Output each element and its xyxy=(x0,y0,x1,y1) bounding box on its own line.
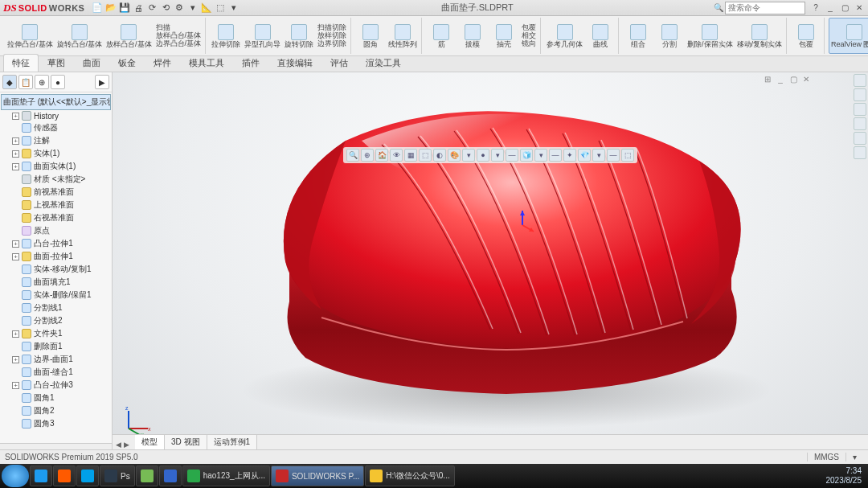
view-tool-4[interactable]: ▦ xyxy=(404,149,417,162)
view-tool-17[interactable]: ▾ xyxy=(592,149,605,162)
start-button[interactable] xyxy=(2,465,29,487)
expander-icon[interactable]: + xyxy=(12,240,19,248)
tree-node[interactable]: +删除面1 xyxy=(1,340,111,353)
rail-button-0[interactable] xyxy=(854,74,866,87)
rail-button-1[interactable] xyxy=(854,88,866,101)
system-tray[interactable]: 7:34 2023/8/25 xyxy=(821,466,867,486)
tree-node[interactable]: +曲面实体(1) xyxy=(1,160,111,173)
panel-tab-0[interactable]: ◆ xyxy=(2,75,17,89)
view-tool-2[interactable]: 🏠 xyxy=(375,149,388,162)
expander-icon[interactable]: + xyxy=(12,163,19,170)
taskbar-item[interactable]: hao123_上网从... xyxy=(182,465,270,486)
tree-node[interactable]: +圆角2 xyxy=(1,404,111,417)
tree-root[interactable]: 曲面垫子 (默认<<默认>_显示状态 1>) xyxy=(1,94,111,110)
tree-node[interactable]: +材质 <未指定> xyxy=(1,173,111,186)
ribbon-button[interactable]: 组合 xyxy=(623,18,653,54)
tab-渲染工具[interactable]: 渲染工具 xyxy=(357,54,410,72)
taskbar-item[interactable] xyxy=(30,465,52,486)
view-tool-12[interactable]: 🧊 xyxy=(520,149,533,162)
viewport-tab[interactable]: 运动算例1 xyxy=(207,435,258,449)
expander-icon[interactable]: + xyxy=(12,137,19,145)
ribbon-subitem[interactable]: 边界凸台/基体 xyxy=(154,40,203,47)
rail-button-3[interactable] xyxy=(854,117,866,130)
taskbar-item[interactable] xyxy=(136,465,158,486)
tree-node[interactable]: +曲面填充1 xyxy=(1,276,111,289)
tab-模具工具[interactable]: 模具工具 xyxy=(180,54,233,72)
expander-icon[interactable]: + xyxy=(12,113,19,120)
tree-node[interactable]: +文件夹1 xyxy=(1,327,111,340)
tree-node[interactable]: +右视基准面 xyxy=(1,211,111,224)
help-button[interactable]: ? xyxy=(810,2,821,14)
panel-collapse-icon[interactable]: ▶ xyxy=(95,75,109,89)
ribbon-button[interactable]: 拔模 xyxy=(457,18,488,54)
ribbon-button[interactable]: 参考几何体 xyxy=(545,18,584,54)
ribbon-subitem[interactable]: 相交 xyxy=(520,32,538,39)
qat-button-10[interactable]: ▾ xyxy=(227,2,240,14)
tree-node[interactable]: +实体-移动/复制1 xyxy=(1,263,111,276)
ribbon-button[interactable]: 拉伸凸台/基体 xyxy=(6,18,55,54)
tree-node[interactable]: +曲面-缝合1 xyxy=(1,366,111,379)
panel-scrollbar[interactable] xyxy=(0,443,112,449)
expander-icon[interactable]: + xyxy=(12,382,19,389)
ribbon-subitem[interactable]: 镜向 xyxy=(520,40,538,47)
qat-button-5[interactable]: ⟲ xyxy=(159,2,172,14)
tab-草图[interactable]: 草图 xyxy=(39,54,74,72)
ribbon-button[interactable]: 异型孔向导 xyxy=(243,18,282,54)
expander-icon[interactable]: + xyxy=(12,330,19,338)
tree-node[interactable]: +圆角3 xyxy=(1,417,111,430)
qat-button-7[interactable]: ▾ xyxy=(186,2,199,14)
qat-button-1[interactable]: 📂 xyxy=(104,2,117,14)
ribbon-button[interactable]: 包覆 xyxy=(791,18,821,54)
graphics-min-button[interactable]: _ xyxy=(775,74,786,85)
view-tool-9[interactable]: ● xyxy=(477,149,489,162)
ribbon-subitem[interactable]: 扫描 xyxy=(154,24,203,31)
tree-node[interactable]: +实体(1) xyxy=(1,147,111,160)
tree-node[interactable]: +圆角1 xyxy=(1,392,111,404)
tree-node[interactable]: +分割线2 xyxy=(1,314,111,327)
ribbon-button[interactable]: 筋 xyxy=(426,18,457,54)
view-tool-10[interactable]: ▾ xyxy=(491,149,504,162)
graphics-close-button[interactable]: ✕ xyxy=(800,74,812,85)
view-tool-3[interactable]: 👁 xyxy=(390,149,403,162)
view-tool-14[interactable]: — xyxy=(549,149,562,162)
panel-tab-2[interactable]: ⊕ xyxy=(35,75,49,89)
taskbar-item[interactable]: H:\微信公众号\0... xyxy=(365,465,454,486)
ribbon-subitem[interactable]: 边界切除 xyxy=(316,40,348,47)
panel-tab-3[interactable]: ● xyxy=(51,75,65,89)
ribbon-button[interactable]: 移动/复制实体 xyxy=(735,18,784,54)
qat-button-3[interactable]: 🖨 xyxy=(132,2,145,14)
tree-node[interactable]: +凸台-拉伸3 xyxy=(1,379,111,392)
view-triad[interactable]: z x y xyxy=(121,404,153,437)
qat-button-2[interactable]: 💾 xyxy=(118,2,131,14)
graphics-max-button[interactable]: ▢ xyxy=(788,74,799,85)
tree-node[interactable]: +边界-曲面1 xyxy=(1,353,111,366)
expander-icon[interactable]: + xyxy=(12,253,19,260)
graphics-split-icon[interactable]: ⊞ xyxy=(762,74,773,85)
tab-nav-icons[interactable]: ◀ ▶ xyxy=(116,441,129,449)
qat-button-8[interactable]: 📐 xyxy=(200,2,213,14)
ribbon-button[interactable]: 线性阵列 xyxy=(387,18,419,54)
view-tool-19[interactable]: ⬚ xyxy=(621,149,634,162)
viewport-tab[interactable]: 模型 xyxy=(135,435,165,449)
ribbon-button[interactable]: 放样凸台/基体 xyxy=(104,18,154,54)
viewport[interactable]: 🔍⊕🏠👁▦⬚◐🎨▾●▾—🧊▾—✦💎▾—⬚ xyxy=(113,72,868,449)
ribbon-subitem[interactable]: 包覆 xyxy=(520,24,538,31)
ribbon-button[interactable]: 抽壳 xyxy=(489,18,519,54)
ribbon-subitem[interactable]: 放样凸台/基体 xyxy=(154,32,203,39)
qat-button-4[interactable]: ⟳ xyxy=(145,2,158,14)
tab-评估[interactable]: 评估 xyxy=(321,54,357,72)
view-tool-15[interactable]: ✦ xyxy=(563,149,576,162)
tree-node[interactable]: +传感器 xyxy=(1,121,111,134)
qat-button-0[interactable]: 📄 xyxy=(91,2,104,14)
rail-button-2[interactable] xyxy=(854,103,866,116)
taskbar-item[interactable]: SOLIDWORKS P... xyxy=(271,465,364,486)
tree-node[interactable]: +原点 xyxy=(1,224,111,237)
search-input[interactable] xyxy=(725,2,805,14)
qat-button-6[interactable]: ⚙ xyxy=(173,2,186,14)
panel-tab-1[interactable]: 📋 xyxy=(18,75,33,89)
taskbar-item[interactable] xyxy=(76,465,99,486)
restore-button[interactable]: ▢ xyxy=(839,2,850,14)
status-units[interactable]: MMGS xyxy=(807,453,845,461)
ribbon-subitem[interactable]: 扫描切除 xyxy=(316,24,348,31)
ribbon-button[interactable]: RealView 图形 xyxy=(829,18,868,54)
